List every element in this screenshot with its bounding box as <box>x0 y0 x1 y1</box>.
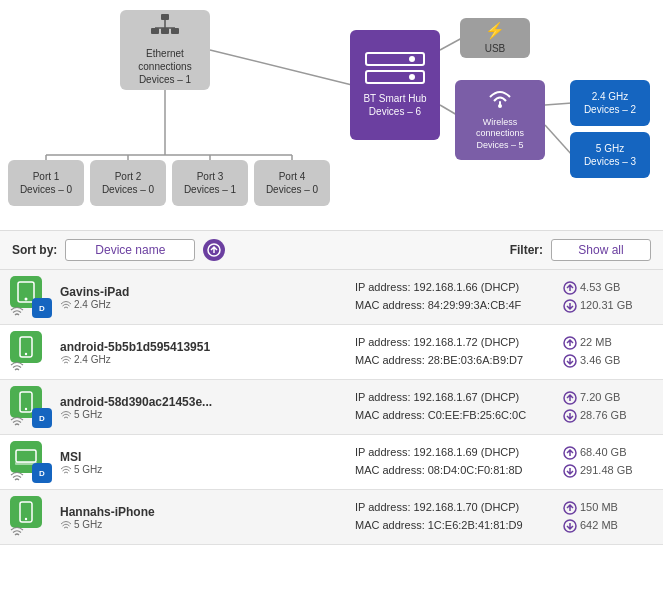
svg-point-28 <box>25 408 27 410</box>
wireless-icon <box>486 88 514 117</box>
ethernet-badge: D <box>32 298 52 318</box>
svg-point-17 <box>498 104 502 108</box>
device-info: android-5b5b1d595413951 2.4 GHz <box>60 340 347 365</box>
device-row[interactable]: D MSI 5 GHz IP address: 192.16 <box>0 435 663 490</box>
device-usage: 22 MB 3.46 GB <box>563 334 653 369</box>
port3-node[interactable]: Port 3Devices – 1 <box>172 160 248 206</box>
sort-input[interactable] <box>65 239 195 261</box>
filter-bar: Sort by: Filter: <box>0 230 663 270</box>
device-icon-wrap: D <box>10 441 52 483</box>
ethernet-label: EthernetconnectionsDevices – 1 <box>138 47 191 86</box>
device-row[interactable]: D android-58d390ac21453e... 5 GHz <box>0 380 663 435</box>
device-network-info: IP address: 192.168.1.72 (DHCP) MAC addr… <box>355 334 555 369</box>
device-freq: 5 GHz <box>60 519 347 530</box>
device-ip: IP address: 192.168.1.66 (DHCP) <box>355 279 555 297</box>
usb-icon: ⚡ <box>485 21 505 42</box>
svg-rect-31 <box>16 450 36 462</box>
wifi-indicator <box>10 306 24 316</box>
device-mac: MAC address: C0:EE:FB:25:6C:0C <box>355 407 555 425</box>
device-name: android-58d390ac21453e... <box>60 395 347 409</box>
device-ip: IP address: 192.168.1.72 (DHCP) <box>355 334 555 352</box>
device-download: 291.48 GB <box>563 462 653 480</box>
ghz5-label: 5 GHzDevices – 3 <box>584 142 636 168</box>
sort-direction-button[interactable] <box>203 239 225 261</box>
ethernet-node[interactable]: EthernetconnectionsDevices – 1 <box>120 10 210 90</box>
port1-label: Port 1Devices – 0 <box>20 170 72 196</box>
device-upload: 22 MB <box>563 334 653 352</box>
device-icon-wrap <box>10 496 52 538</box>
svg-point-24 <box>25 353 27 355</box>
ethernet-badge: D <box>32 463 52 483</box>
device-usage: 7.20 GB 28.76 GB <box>563 389 653 424</box>
ghz5-node[interactable]: 5 GHzDevices – 3 <box>570 132 650 178</box>
device-freq: 2.4 GHz <box>60 354 347 365</box>
device-list: D Gavins-iPad 2.4 GHz IP addre <box>0 270 663 545</box>
device-freq: 5 GHz <box>60 464 347 475</box>
wireless-node[interactable]: WirelessconnectionsDevices – 5 <box>455 80 545 160</box>
hub-node[interactable]: BT Smart HubDevices – 6 <box>350 30 440 140</box>
device-mac: MAC address: 1C:E6:2B:41:81:D9 <box>355 517 555 535</box>
device-ip: IP address: 192.168.1.67 (DHCP) <box>355 389 555 407</box>
device-download: 120.31 GB <box>563 297 653 315</box>
device-upload: 150 MB <box>563 499 653 517</box>
ethernet-icon <box>151 14 179 44</box>
svg-point-36 <box>25 518 27 520</box>
sort-label: Sort by: <box>12 243 57 257</box>
svg-line-9 <box>545 103 572 105</box>
usb-label: USB <box>485 42 506 55</box>
device-icon-wrap: D <box>10 386 52 428</box>
device-upload: 4.53 GB <box>563 279 653 297</box>
svg-line-10 <box>545 125 572 155</box>
device-mac: MAC address: 84:29:99:3A:CB:4F <box>355 297 555 315</box>
svg-line-6 <box>210 50 352 85</box>
wifi-indicator <box>10 361 24 371</box>
hub-icon <box>365 52 425 88</box>
wifi-indicator <box>10 416 24 426</box>
filter-label: Filter: <box>510 243 543 257</box>
device-info: Gavins-iPad 2.4 GHz <box>60 285 347 310</box>
device-usage: 68.40 GB 291.48 GB <box>563 444 653 479</box>
device-usage: 150 MB 642 MB <box>563 499 653 534</box>
device-name: android-5b5b1d595413951 <box>60 340 347 354</box>
device-network-info: IP address: 192.168.1.69 (DHCP) MAC addr… <box>355 444 555 479</box>
svg-rect-11 <box>161 14 169 20</box>
port2-label: Port 2Devices – 0 <box>102 170 154 196</box>
device-network-info: IP address: 192.168.1.70 (DHCP) MAC addr… <box>355 499 555 534</box>
device-row[interactable]: android-5b5b1d595413951 2.4 GHz IP addre… <box>0 325 663 380</box>
device-info: MSI 5 GHz <box>60 450 347 475</box>
wireless-label: WirelessconnectionsDevices – 5 <box>476 117 524 152</box>
usb-node[interactable]: ⚡ USB <box>460 18 530 58</box>
hub-label: BT Smart HubDevices – 6 <box>363 92 426 118</box>
device-mac: MAC address: 08:D4:0C:F0:81:8D <box>355 462 555 480</box>
filter-right: Filter: <box>510 239 651 261</box>
port4-node[interactable]: Port 4Devices – 0 <box>254 160 330 206</box>
filter-input[interactable] <box>551 239 651 261</box>
ghz24-node[interactable]: 2.4 GHzDevices – 2 <box>570 80 650 126</box>
svg-point-20 <box>25 298 28 301</box>
device-row[interactable]: D Gavins-iPad 2.4 GHz IP addre <box>0 270 663 325</box>
wifi-indicator <box>10 471 24 481</box>
svg-rect-12 <box>151 28 159 34</box>
device-freq: 2.4 GHz <box>60 299 347 310</box>
topology-diagram: EthernetconnectionsDevices – 1 Port 1Dev… <box>0 0 663 230</box>
device-icon-wrap <box>10 331 52 373</box>
device-network-info: IP address: 192.168.1.66 (DHCP) MAC addr… <box>355 279 555 314</box>
port1-node[interactable]: Port 1Devices – 0 <box>8 160 84 206</box>
device-main-icon <box>10 331 42 363</box>
device-mac: MAC address: 28:BE:03:6A:B9:D7 <box>355 352 555 370</box>
device-upload: 68.40 GB <box>563 444 653 462</box>
port4-label: Port 4Devices – 0 <box>266 170 318 196</box>
device-row[interactable]: Hannahs-iPhone 5 GHz IP address: 192.168… <box>0 490 663 545</box>
device-ip: IP address: 192.168.1.70 (DHCP) <box>355 499 555 517</box>
device-name: Gavins-iPad <box>60 285 347 299</box>
device-main-icon <box>10 496 42 528</box>
device-freq: 5 GHz <box>60 409 347 420</box>
port3-label: Port 3Devices – 1 <box>184 170 236 196</box>
device-name: Hannahs-iPhone <box>60 505 347 519</box>
device-network-info: IP address: 192.168.1.67 (DHCP) MAC addr… <box>355 389 555 424</box>
device-icon-wrap: D <box>10 276 52 318</box>
device-name: MSI <box>60 450 347 464</box>
port2-node[interactable]: Port 2Devices – 0 <box>90 160 166 206</box>
device-download: 642 MB <box>563 517 653 535</box>
svg-rect-13 <box>161 28 169 34</box>
